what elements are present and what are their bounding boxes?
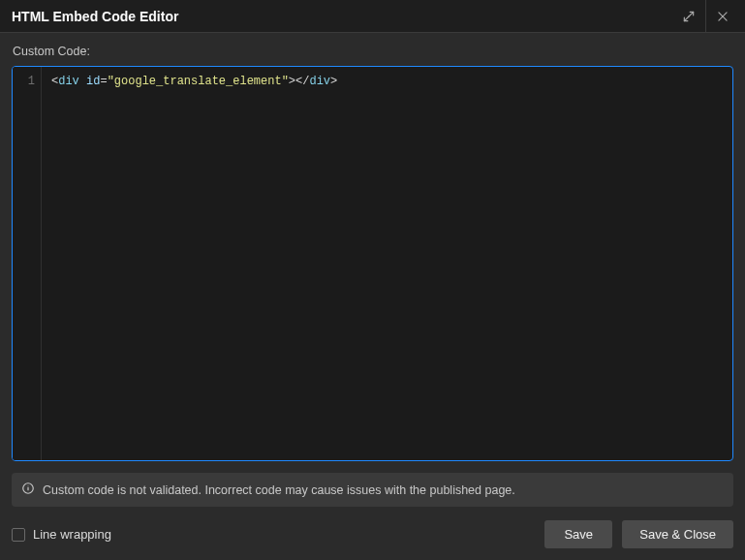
line-wrapping-label: Line wrapping bbox=[33, 527, 111, 542]
code-token: = bbox=[100, 75, 107, 88]
checkbox-icon[interactable] bbox=[12, 528, 25, 542]
editor-label: Custom Code: bbox=[13, 45, 733, 58]
code-token: > bbox=[289, 75, 295, 88]
code-token: google_translate_element bbox=[114, 75, 282, 88]
titlebar-divider bbox=[705, 0, 706, 33]
line-number: 1 bbox=[13, 73, 41, 90]
info-icon bbox=[21, 482, 35, 498]
footer: Line wrapping Save Save & Close bbox=[12, 520, 733, 548]
code-token: </ bbox=[295, 75, 309, 88]
save-and-close-button[interactable]: Save & Close bbox=[622, 520, 733, 548]
title-bar: HTML Embed Code Editor bbox=[0, 0, 745, 33]
svg-point-2 bbox=[28, 485, 29, 486]
content-area: Custom Code: 1 <div id="google_translate… bbox=[0, 33, 745, 560]
button-group: Save Save & Close bbox=[544, 520, 733, 548]
code-textarea[interactable]: <div id="google_translate_element"></div… bbox=[42, 67, 732, 460]
code-token: > bbox=[330, 75, 337, 88]
close-icon[interactable] bbox=[708, 2, 737, 31]
line-wrapping-toggle[interactable]: Line wrapping bbox=[12, 527, 544, 542]
code-token: div bbox=[309, 75, 330, 88]
line-gutter: 1 bbox=[13, 67, 42, 460]
code-token: id bbox=[86, 75, 100, 88]
expand-icon[interactable] bbox=[674, 2, 703, 31]
code-editor[interactable]: 1 <div id="google_translate_element"></d… bbox=[12, 66, 733, 461]
window-title: HTML Embed Code Editor bbox=[12, 9, 674, 24]
code-token: " bbox=[282, 75, 289, 88]
validation-notice: Custom code is not validated. Incorrect … bbox=[12, 473, 733, 507]
save-button[interactable]: Save bbox=[544, 520, 612, 548]
code-token bbox=[79, 75, 86, 88]
notice-text: Custom code is not validated. Incorrect … bbox=[43, 483, 515, 497]
code-token: " bbox=[108, 75, 114, 88]
code-token: div bbox=[58, 75, 79, 88]
